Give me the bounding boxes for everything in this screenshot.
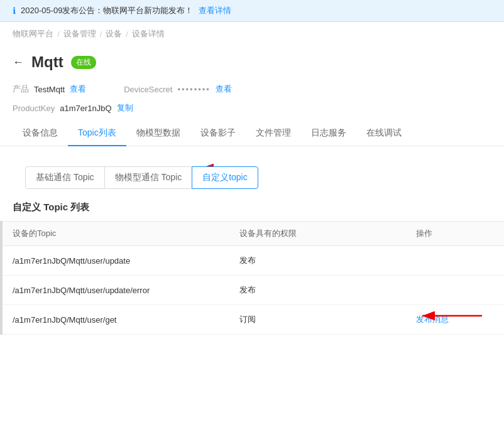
meta-product: 产品 TestMqtt 查看 <box>13 83 86 95</box>
table-cell-topic-1: /a1m7er1nJbQ/Mqtt/user/update <box>0 246 227 276</box>
meta-product-label: 产品 <box>13 83 29 95</box>
meta-product-key-link[interactable]: 复制 <box>117 102 133 114</box>
section-title: 自定义 Topic 列表 <box>0 189 504 221</box>
left-indicator <box>0 221 3 335</box>
breadcrumb-sep-2: / <box>100 30 102 39</box>
meta-product-value: TestMqtt <box>34 85 65 94</box>
meta-product-key-value: a1m7er1nJbQ <box>60 104 111 113</box>
col-header-action: 操作 <box>403 222 504 246</box>
meta-device-secret-link[interactable]: 查看 <box>216 83 232 95</box>
subtab-custom-topic[interactable]: 自定义topic <box>192 166 258 189</box>
tab-file-mgmt[interactable]: 文件管理 <box>246 121 301 146</box>
col-header-topic: 设备的Topic <box>0 222 227 246</box>
table-row: /a1m7er1nJbQ/Mqtt/user/update 发布 <box>0 246 504 276</box>
tab-device-shadow[interactable]: 设备影子 <box>190 121 246 146</box>
content-area: 基础通信 Topic 物模型通信 Topic 自定义topic 自定义 Topi… <box>0 146 504 335</box>
tab-device-info[interactable]: 设备信息 <box>13 121 68 146</box>
breadcrumb: 物联网平台 / 设备管理 / 设备 / 设备详情 <box>0 22 504 46</box>
breadcrumb-sep-3: / <box>126 30 128 39</box>
topic-table: 设备的Topic 设备具有的权限 操作 /a1m7er1nJbQ/Mqtt/us… <box>0 221 504 335</box>
subtab-basic-topic[interactable]: 基础通信 Topic <box>25 166 105 189</box>
table-cell-topic-3: /a1m7er1nJbQ/Mqtt/user/get <box>0 305 227 335</box>
meta-row: 产品 TestMqtt 查看 DeviceSecret •••••••• 查看 <box>0 81 504 102</box>
table-cell-action-1 <box>403 246 504 276</box>
table-cell-permission-2: 发布 <box>227 276 403 305</box>
breadcrumb-item-3[interactable]: 设备 <box>106 28 122 40</box>
table-cell-action-3[interactable]: 发布消息 <box>403 305 504 335</box>
status-badge: 在线 <box>71 56 96 69</box>
table-row: /a1m7er1nJbQ/Mqtt/user/update/error 发布 <box>0 276 504 305</box>
subtab-thing-model-topic[interactable]: 物模型通信 Topic <box>104 166 193 189</box>
breadcrumb-sep-1: / <box>57 30 60 39</box>
info-icon: ℹ <box>13 6 16 16</box>
table-container: 设备的Topic 设备具有的权限 操作 /a1m7er1nJbQ/Mqtt/us… <box>0 221 504 335</box>
table-row: /a1m7er1nJbQ/Mqtt/user/get 订阅 发布消息 <box>0 305 504 335</box>
breadcrumb-item-4: 设备详情 <box>132 28 165 40</box>
meta-product-key-label: ProductKey <box>13 104 55 113</box>
table-cell-permission-1: 发布 <box>227 246 403 276</box>
back-arrow-button[interactable]: ← <box>13 56 24 69</box>
tab-log-service[interactable]: 日志服务 <box>301 121 356 146</box>
announcement-link[interactable]: 查看详情 <box>199 5 231 16</box>
meta-row-2: ProductKey a1m7er1nJbQ 复制 <box>0 102 504 121</box>
meta-device-secret: DeviceSecret •••••••• 查看 <box>124 83 232 95</box>
announcement-bar: ℹ 2020-05-09发布公告：物联网平台新功能发布！ 查看详情 <box>0 0 504 22</box>
publish-message-link[interactable]: 发布消息 <box>416 315 449 324</box>
page-header: ← Mqtt 在线 <box>0 46 504 81</box>
announcement-text: 2020-05-09发布公告：物联网平台新功能发布！ <box>21 5 194 16</box>
meta-device-secret-value: •••••••• <box>177 85 210 94</box>
tab-thing-model[interactable]: 物模型数据 <box>126 121 190 146</box>
breadcrumb-item-1[interactable]: 物联网平台 <box>13 28 53 40</box>
meta-product-key: ProductKey a1m7er1nJbQ 复制 <box>13 102 133 114</box>
meta-device-secret-label: DeviceSecret <box>124 85 172 94</box>
sub-tabs-container: 基础通信 Topic 物模型通信 Topic 自定义topic <box>0 146 504 189</box>
tab-topic-list[interactable]: Topic列表 <box>68 121 126 146</box>
breadcrumb-item-2[interactable]: 设备管理 <box>63 28 96 40</box>
sub-tabs: 基础通信 Topic 物模型通信 Topic 自定义topic <box>13 156 491 189</box>
meta-product-link[interactable]: 查看 <box>70 83 86 95</box>
table-header-row: 设备的Topic 设备具有的权限 操作 <box>0 222 504 246</box>
main-tabs: 设备信息 Topic列表 物模型数据 设备影子 文件管理 日志服务 在线调试 <box>0 121 504 146</box>
table-cell-action-2 <box>403 276 504 305</box>
col-header-permission: 设备具有的权限 <box>227 222 403 246</box>
page-title: Mqtt <box>31 53 63 71</box>
table-cell-permission-3: 订阅 <box>227 305 403 335</box>
tab-online-debug[interactable]: 在线调试 <box>356 121 412 146</box>
table-cell-topic-2: /a1m7er1nJbQ/Mqtt/user/update/error <box>0 276 227 305</box>
